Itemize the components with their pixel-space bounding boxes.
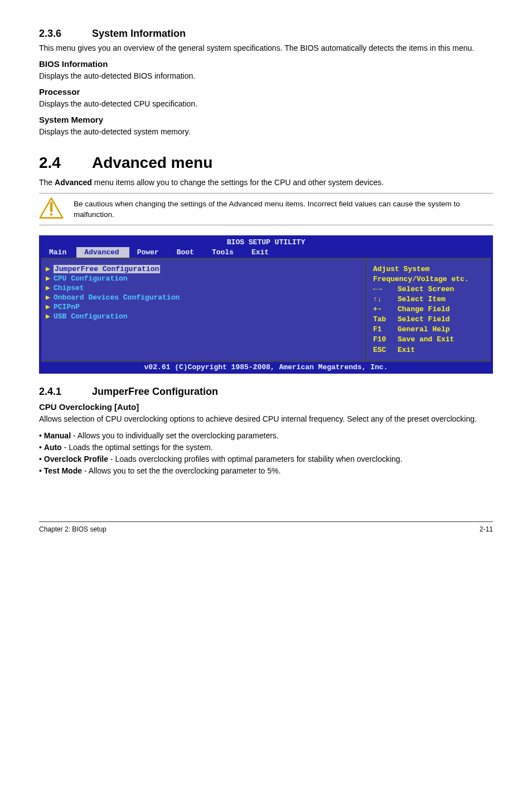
opt-desc: - Loads the optimal settings for the sys…	[62, 443, 213, 452]
opt-name: Auto	[44, 443, 62, 452]
bios-tab-advanced[interactable]: Advanced	[76, 247, 129, 258]
submenu-arrow-icon: ▶	[46, 302, 54, 311]
bios-item-chipset[interactable]: ▶Chipset	[46, 283, 357, 292]
intro-text: This menu gives you an overview of the g…	[39, 43, 493, 54]
bios-tab-tools[interactable]: Tools	[204, 247, 244, 258]
submenu-arrow-icon: ▶	[46, 293, 54, 302]
bios-util-title: BIOS SETUP UTILITY	[41, 238, 491, 247]
bios-help-text: Adjust System Frequency/Voltage etc.	[373, 264, 485, 284]
caution-note: Be cautious when changing the settings o…	[39, 193, 493, 225]
bios-key-row: ←→Select Screen	[373, 284, 485, 294]
svg-point-2	[50, 214, 52, 216]
option-manual: • Manual - Allows you to individually se…	[39, 430, 493, 442]
intro-post: menu items allow you to change the setti…	[92, 178, 384, 187]
opt-name: Manual	[44, 431, 71, 440]
key-desc: Select Field	[398, 315, 450, 325]
bios-item-label: Onboard Devices Configuration	[54, 293, 180, 302]
bios-tab-main[interactable]: Main	[41, 247, 76, 258]
submenu-arrow-icon: ▶	[46, 274, 54, 283]
bios-info-heading: BIOS Information	[39, 59, 493, 69]
bios-copyright: v02.61 (C)Copyright 1985-2008, American …	[41, 361, 491, 371]
bios-item-usb[interactable]: ▶USB Configuration	[46, 312, 357, 321]
bios-item-label: PCIPnP	[54, 303, 80, 311]
intro-bold: Advanced	[55, 178, 92, 187]
bios-tab-exit[interactable]: Exit	[244, 247, 279, 258]
bios-item-pcipnp[interactable]: ▶PCIPnP	[46, 302, 357, 311]
big-heading-title: Advanced menu	[92, 154, 212, 171]
bios-item-label: Chipset	[54, 284, 84, 292]
key: Tab	[373, 315, 398, 325]
heading-num: 2.3.6	[39, 28, 92, 40]
key-desc: General Help	[398, 325, 450, 335]
intro-pre: The	[39, 178, 55, 187]
opt-name: Test Mode	[44, 466, 82, 475]
cpu-overclock-heading: CPU Overclocking [Auto]	[39, 402, 493, 412]
bios-key-row: F1General Help	[373, 325, 485, 335]
heading-2-4: 2.4Advanced menu	[39, 154, 493, 172]
bios-help-panel: Adjust System Frequency/Voltage etc. ←→S…	[365, 259, 491, 360]
caution-text: Be cautious when changing the settings o…	[74, 197, 493, 219]
bios-item-label: JumperFree Configuration	[54, 265, 160, 273]
heading-title: JumperFree Configuration	[92, 386, 218, 397]
submenu-arrow-icon: ▶	[46, 264, 54, 273]
bios-key-row: ESCExit	[373, 345, 485, 355]
key-desc: Save and Exit	[398, 335, 454, 345]
key: ←→	[373, 284, 398, 294]
key-desc: Exit	[398, 345, 415, 355]
advanced-intro: The Advanced menu items allow you to cha…	[39, 177, 493, 188]
opt-desc: - Allows you to set the the overclocking…	[82, 466, 280, 475]
opt-name: Overclock Profile	[44, 455, 108, 463]
bios-key-legend: ←→Select Screen ↑↓Select Item +-Change F…	[373, 284, 485, 355]
key-desc: Select Screen	[398, 284, 454, 294]
bios-screenshot: BIOS SETUP UTILITY Main Advanced Power B…	[39, 235, 493, 373]
bios-item-label: CPU Configuration	[54, 274, 128, 283]
bios-tab-boot[interactable]: Boot	[169, 247, 204, 258]
heading-title: System Information	[92, 28, 186, 39]
bios-menu-panel: ▶JumperFree Configuration ▶CPU Configura…	[41, 259, 365, 360]
bios-info-text: Displays the auto-detected BIOS informat…	[39, 71, 493, 81]
bios-key-row: F10Save and Exit	[373, 335, 485, 345]
key: +-	[373, 305, 398, 315]
key: ↑↓	[373, 294, 398, 305]
processor-heading: Processor	[39, 87, 493, 96]
opt-desc: - Allows you to individually set the ove…	[71, 431, 279, 440]
submenu-arrow-icon: ▶	[46, 312, 54, 321]
option-auto: • Auto - Loads the optimal settings for …	[39, 442, 493, 453]
bios-tabs: Main Advanced Power Boot Tools Exit	[41, 247, 491, 258]
heading-num: 2.4.1	[39, 386, 92, 398]
footer-left: Chapter 2: BIOS setup	[39, 525, 107, 533]
opt-desc: - Loads overclocking profiles with optim…	[108, 455, 403, 463]
processor-text: Displays the auto-detected CPU specifica…	[39, 99, 493, 109]
footer-right: 2-11	[480, 525, 493, 533]
system-memory-heading: System Memory	[39, 115, 493, 124]
big-heading-num: 2.4	[39, 154, 92, 172]
bios-key-row: ↑↓Select Item	[373, 294, 485, 305]
heading-2-3-6: 2.3.6System Information	[39, 28, 493, 40]
bios-key-row: +-Change Field	[373, 305, 485, 315]
option-test-mode: • Test Mode - Allows you to set the the …	[39, 465, 493, 477]
caution-icon	[39, 197, 64, 221]
bios-item-jumperfree[interactable]: ▶JumperFree Configuration	[46, 264, 357, 273]
system-memory-text: Displays the auto-detected system memory…	[39, 127, 493, 137]
submenu-arrow-icon: ▶	[46, 283, 54, 292]
heading-2-4-1: 2.4.1JumperFree Configuration	[39, 386, 493, 398]
key: F1	[373, 325, 398, 335]
bios-item-onboard[interactable]: ▶Onboard Devices Configuration	[46, 293, 357, 302]
page-footer: Chapter 2: BIOS setup 2-11	[39, 521, 493, 533]
key-desc: Change Field	[398, 305, 450, 315]
key-desc: Select Item	[398, 294, 446, 305]
bios-item-label: USB Configuration	[54, 312, 128, 321]
bios-key-row: TabSelect Field	[373, 315, 485, 325]
key: F10	[373, 335, 398, 345]
cpu-overclock-text: Allows selection of CPU overclocking opt…	[39, 414, 493, 424]
bios-body: ▶JumperFree Configuration ▶CPU Configura…	[41, 258, 491, 360]
bios-tab-power[interactable]: Power	[129, 247, 169, 258]
key: ESC	[373, 345, 398, 355]
bios-item-cpu[interactable]: ▶CPU Configuration	[46, 274, 357, 283]
option-overclock-profile: • Overclock Profile - Loads overclocking…	[39, 453, 493, 465]
